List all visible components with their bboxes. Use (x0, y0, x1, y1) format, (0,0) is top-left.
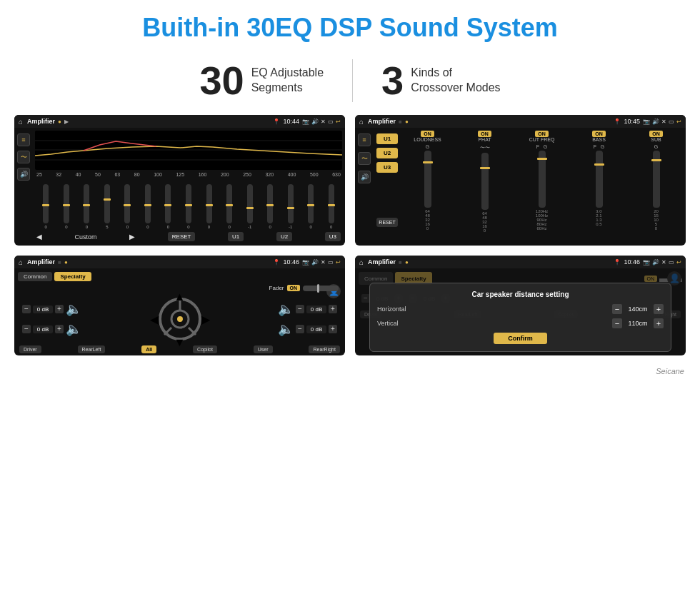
cutfreq-params: F G (536, 144, 548, 149)
rearright-btn[interactable]: RearRight (309, 345, 340, 353)
sub-on-badge[interactable]: ON (649, 131, 663, 137)
eq-slider-11[interactable]: -1 (240, 184, 259, 229)
eq-slider-12[interactable]: 0 (261, 184, 280, 229)
crossover-side-btn-3[interactable]: 🔊 (358, 171, 371, 183)
speaker-left-bottom: − 0 dB + 🔈 (22, 321, 81, 337)
eq-slider-13[interactable]: -1 (281, 184, 300, 229)
eq-side-btn-2[interactable]: 〜 (17, 151, 30, 163)
crossover-side-btn-1[interactable]: ≡ (358, 133, 371, 146)
eq-slider-7[interactable]: 0 (159, 184, 178, 229)
speaker-right-controls: 🔈 − 0 dB + 🔈 − 0 dB + (278, 301, 337, 337)
back-icon[interactable]: ↩ (336, 118, 341, 125)
cutfreq-vals: 120Hz100Hz90Hz80Hz60Hz (536, 209, 548, 231)
eq-slider-9[interactable]: 0 (199, 184, 219, 229)
eq-u1-btn[interactable]: U1 (228, 232, 244, 241)
phat-on-badge[interactable]: ON (478, 131, 491, 137)
u3-button[interactable]: U3 (376, 162, 398, 173)
sub-vals: 20151050 (654, 209, 659, 231)
rearleft-btn[interactable]: RearLeft (78, 345, 106, 353)
freq-250: 250 (243, 172, 251, 177)
eq-slider-6[interactable]: 0 (139, 184, 158, 229)
copilot-btn[interactable]: Copilot (193, 345, 217, 353)
cutfreq-on-badge[interactable]: ON (535, 131, 549, 137)
freq-125: 125 (176, 172, 184, 177)
eq-next-btn[interactable]: ▶ (129, 233, 135, 241)
eq-side-btn-1[interactable]: ≡ (17, 133, 30, 146)
fader-slider[interactable] (303, 286, 339, 291)
eq-slider-1[interactable]: 0 (36, 184, 56, 229)
crossover-close-icon[interactable]: ✕ (661, 118, 666, 125)
speaker2-home-icon[interactable]: ⌂ (359, 258, 364, 266)
eq-prev-btn[interactable]: ◀ (36, 233, 42, 241)
arrow-right-btn[interactable]: ▶ (201, 313, 210, 326)
freq-25: 25 (36, 172, 42, 177)
right-top-plus[interactable]: + (329, 305, 337, 313)
speaker-right-bottom: 🔈 − 0 dB + (278, 321, 337, 337)
eq-slider-5[interactable]: 0 (118, 184, 137, 229)
u2-button[interactable]: U2 (376, 148, 398, 158)
speaker1-volume-icon: 🔊 (311, 259, 319, 266)
speaker1-close-icon[interactable]: ✕ (321, 259, 326, 266)
tab-specialty[interactable]: Specialty (54, 272, 91, 281)
eq-side-btn-3[interactable]: 🔊 (17, 168, 30, 181)
left-bottom-minus[interactable]: − (22, 325, 31, 333)
eq-status-bar: ⌂ Amplifier ● ▶ 📍 10:44 📷 🔊 ✕ ▭ ↩ (14, 115, 345, 128)
close-icon[interactable]: ✕ (321, 118, 326, 125)
speaker-layout: − 0 dB + 🔈 − 0 dB + 🔈 (18, 295, 341, 343)
crossover-back-icon[interactable]: ↩ (676, 118, 681, 125)
home-icon[interactable]: ⌂ (19, 118, 23, 126)
eq-reset-btn[interactable]: RESET (168, 232, 196, 241)
right-bottom-plus[interactable]: + (329, 325, 337, 333)
eq-slider-3[interactable]: 0 (77, 184, 96, 229)
horizontal-plus-btn[interactable]: + (654, 304, 664, 314)
speaker2-back-icon[interactable]: ↩ (676, 259, 681, 266)
left-top-minus[interactable]: − (22, 305, 31, 313)
eq-slider-2[interactable]: 0 (57, 184, 76, 229)
arrow-left-btn[interactable]: ◀ (150, 313, 159, 326)
dialog-vertical-label: Vertical (377, 320, 399, 327)
fader-on-toggle[interactable]: ON (287, 285, 301, 291)
phat-slider[interactable] (481, 153, 489, 210)
sub-slider[interactable] (653, 151, 660, 208)
speaker2-status-bar: ⌂ Amplifier ■ ● 📍 10:46 📷 🔊 ✕ ▭ ↩ (355, 256, 686, 268)
horizontal-minus-btn[interactable]: − (612, 304, 622, 314)
u1-button[interactable]: U1 (376, 133, 398, 144)
all-btn[interactable]: All (141, 345, 156, 353)
crossover-home-icon[interactable]: ⌂ (359, 118, 364, 126)
eq-slider-4[interactable]: 5 (98, 184, 117, 229)
loudness-on-badge[interactable]: ON (421, 131, 434, 137)
arrow-up-btn[interactable]: ▲ (174, 291, 186, 303)
freq-500: 500 (310, 172, 319, 177)
dialog-confirm-btn[interactable]: Confirm (494, 333, 547, 344)
svg-point-8 (177, 316, 183, 322)
eq-u2-btn[interactable]: U2 (276, 232, 292, 241)
speaker1-location-icon: 📍 (273, 259, 280, 266)
user-btn[interactable]: User (254, 345, 273, 353)
driver-btn[interactable]: Driver (19, 345, 41, 353)
speaker2-close-icon[interactable]: ✕ (661, 259, 666, 266)
left-bottom-plus[interactable]: + (55, 325, 64, 333)
tab-common[interactable]: Common (18, 272, 52, 281)
crossover-side-btn-2[interactable]: 〜 (358, 152, 371, 165)
bass-slider[interactable] (596, 151, 603, 208)
channel-bass: ON BASS F G 3.02.11.30.5 (572, 131, 626, 226)
speaker1-back-icon[interactable]: ↩ (336, 259, 341, 266)
right-bottom-minus[interactable]: − (296, 325, 304, 333)
eq-sliders-row: 0 0 0 5 (35, 179, 342, 229)
vertical-minus-btn[interactable]: − (612, 318, 622, 328)
eq-u3-btn[interactable]: U3 (325, 232, 341, 241)
bass-on-badge[interactable]: ON (592, 131, 606, 137)
eq-slider-14[interactable]: 0 (301, 184, 321, 229)
eq-slider-15[interactable]: 0 (321, 184, 341, 229)
arrow-down-btn[interactable]: ▼ (174, 336, 186, 349)
eq-slider-8[interactable]: 0 (179, 184, 199, 229)
loudness-slider[interactable] (424, 151, 431, 208)
left-top-plus[interactable]: + (55, 305, 64, 313)
cutfreq-slider[interactable] (539, 151, 546, 208)
speaker1-home-icon[interactable]: ⌂ (19, 258, 23, 266)
eq-slider-10[interactable]: 0 (220, 184, 239, 229)
crossover-reset-btn[interactable]: RESET (376, 218, 398, 227)
vertical-plus-btn[interactable]: + (654, 318, 664, 328)
freq-630: 630 (332, 172, 341, 177)
right-top-minus[interactable]: − (296, 305, 304, 313)
